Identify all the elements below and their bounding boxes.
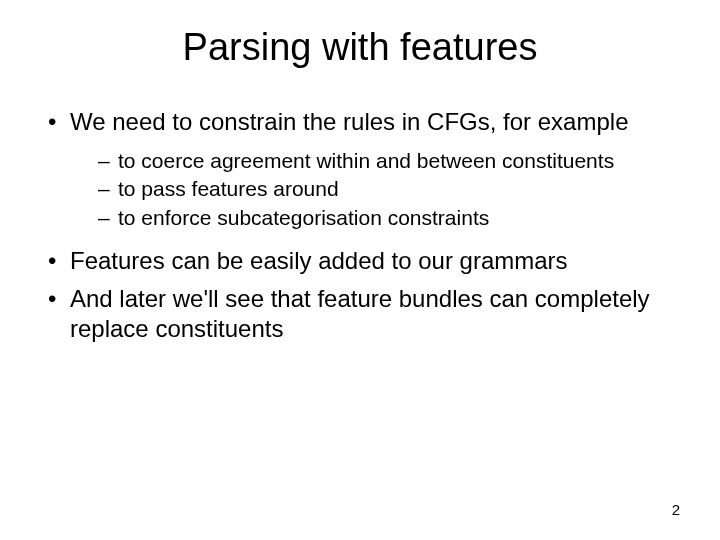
list-item: to enforce subcategorisation constraints bbox=[98, 204, 690, 232]
bullet-text: to pass features around bbox=[118, 177, 339, 200]
bullet-text: to coerce agreement within and between c… bbox=[118, 149, 614, 172]
list-item: We need to constrain the rules in CFGs, … bbox=[48, 107, 690, 232]
bullet-text: And later we'll see that feature bundles… bbox=[70, 285, 650, 342]
page-number: 2 bbox=[672, 501, 680, 518]
list-item: Features can be easily added to our gram… bbox=[48, 246, 690, 276]
slide-title: Parsing with features bbox=[30, 26, 690, 69]
bullet-list: We need to constrain the rules in CFGs, … bbox=[30, 107, 690, 344]
list-item: to coerce agreement within and between c… bbox=[98, 147, 690, 175]
bullet-text: to enforce subcategorisation constraints bbox=[118, 206, 489, 229]
bullet-text: Features can be easily added to our gram… bbox=[70, 247, 568, 274]
sub-bullet-list: to coerce agreement within and between c… bbox=[70, 147, 690, 232]
bullet-text: We need to constrain the rules in CFGs, … bbox=[70, 108, 628, 135]
list-item: And later we'll see that feature bundles… bbox=[48, 284, 690, 344]
slide: Parsing with features We need to constra… bbox=[0, 0, 720, 540]
list-item: to pass features around bbox=[98, 175, 690, 203]
